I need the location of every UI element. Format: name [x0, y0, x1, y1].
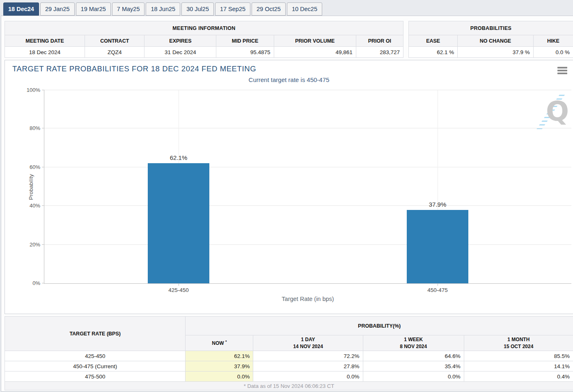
- ytick-label-20: 20%: [19, 242, 40, 248]
- gridline-100: [44, 90, 571, 90]
- tab-18-dec24[interactable]: 18 Dec24: [3, 2, 39, 16]
- ytick-80: [42, 128, 44, 128]
- table-row-450-475: 450-475 (Current) 37.9% 27.8% 35.4% 14.1…: [5, 361, 573, 371]
- x-axis-title: Target Rate (in bps): [44, 296, 571, 302]
- ytick-label-0: 0%: [19, 280, 40, 286]
- bar-450-475[interactable]: [407, 210, 468, 283]
- col-mid-price: MID PRICE: [216, 35, 274, 47]
- content-surface: MEETING INFORMATION MEETING DATE CONTRAC…: [1, 16, 573, 392]
- one-month-label: 1 MONTH: [507, 337, 529, 342]
- probabilities-summary-row: 62.1 % 37.9 % 0.0 %: [409, 47, 573, 58]
- day-425-450: 72.2%: [253, 351, 363, 361]
- week-425-450: 64.6%: [363, 351, 464, 361]
- chart-plot-area: 0% 20% 40% 60% 80% 100% Probability Targ…: [44, 90, 571, 284]
- one-day-label: 1 DAY: [301, 337, 315, 342]
- xcat-450-475: 450-475: [407, 287, 468, 293]
- prior-oi-value: 283,727: [356, 47, 403, 58]
- day-475-500: 0.0%: [253, 371, 363, 382]
- table-row-425-450: 425-450 62.1% 72.2% 64.6% 85.5%: [5, 351, 573, 361]
- probability-group-header: PROBABILITY(%): [186, 317, 573, 335]
- tab-17-sep25[interactable]: 17 Sep25: [215, 2, 250, 16]
- month-475-500: 0.4%: [464, 371, 573, 382]
- col-no-change: NO CHANGE: [458, 35, 533, 47]
- xcat-425-450: 425-450: [148, 287, 209, 293]
- tab-30-jul25[interactable]: 30 Jul25: [181, 2, 214, 16]
- bar-425-450[interactable]: [148, 163, 209, 283]
- tab-10-dec25[interactable]: 10 Dec25: [287, 2, 322, 16]
- now-header: NOW *: [186, 335, 253, 351]
- fedwatch-page: 18 Dec24 29 Jan25 19 Mar25 7 May25 18 Ju…: [0, 0, 573, 392]
- ytick-0: [42, 283, 44, 283]
- one-week-date: 8 NOV 2024: [400, 344, 427, 349]
- xtick-cat2: [438, 283, 438, 286]
- now-425-450: 62.1%: [186, 351, 253, 361]
- tab-29-jan25[interactable]: 29 Jan25: [40, 2, 75, 16]
- chart-subtitle: Current target rate is 450-475: [5, 76, 573, 83]
- expires-value: 31 Dec 2024: [144, 47, 216, 58]
- ease-value: 62.1 %: [409, 47, 458, 58]
- week-475-500: 0.0%: [363, 371, 464, 382]
- rate-425-450: 425-450: [5, 351, 186, 361]
- no-change-value: 37.9 %: [458, 47, 533, 58]
- col-prior-oi: PRIOR OI: [356, 35, 403, 47]
- now-header-text: NOW: [212, 340, 224, 346]
- chart-title: TARGET RATE PROBABILITIES FOR 18 DEC 202…: [12, 64, 256, 73]
- mid-price-value: 95.4875: [216, 47, 274, 58]
- bar-group-450-475: 37.9%: [407, 201, 468, 283]
- probabilities-title: PROBABILITIES: [409, 21, 573, 35]
- one-day-header: 1 DAY14 NOV 2024: [253, 335, 363, 351]
- ytick-60: [42, 167, 44, 167]
- rate-475-500: 475-500: [5, 371, 186, 382]
- now-asterisk: *: [225, 340, 227, 344]
- gridline-20: [44, 244, 571, 245]
- month-450-475: 14.1%: [464, 361, 573, 371]
- bar-label-450-475: 37.9%: [429, 201, 447, 208]
- meeting-information-title: MEETING INFORMATION: [5, 21, 403, 35]
- tab-29-oct25[interactable]: 29 Oct25: [252, 2, 286, 16]
- probabilities-summary-table: PROBABILITIES EASE NO CHANGE HIKE 62.1 %…: [408, 21, 573, 58]
- one-month-header: 1 MONTH15 OCT 2024: [464, 335, 573, 351]
- tab-18-jun25[interactable]: 18 Jun25: [146, 2, 180, 16]
- contract-value: ZQZ4: [85, 47, 144, 58]
- col-meeting-date: MEETING DATE: [5, 35, 85, 47]
- month-425-450: 85.5%: [464, 351, 573, 361]
- now-475-500: 0.0%: [186, 371, 253, 382]
- data-as-of-footnote: * Data as of 15 Nov 2024 06:06:23 CT: [5, 382, 573, 390]
- prior-volume-value: 49,861: [274, 47, 356, 58]
- gridline-60: [44, 167, 571, 167]
- one-day-date: 14 NOV 2024: [293, 344, 323, 349]
- meeting-date-tabbar: 18 Dec24 29 Jan25 19 Mar25 7 May25 18 Ju…: [3, 2, 322, 16]
- meeting-date-value: 18 Dec 2024: [5, 47, 85, 58]
- now-450-475: 37.9%: [186, 361, 253, 371]
- col-prior-volume: PRIOR VOLUME: [274, 35, 356, 47]
- y-axis-title: Probability: [28, 162, 34, 212]
- target-rate-bps-header: TARGET RATE (BPS): [5, 317, 186, 351]
- one-week-header: 1 WEEK8 NOV 2024: [363, 335, 464, 351]
- hike-value: 0.0 %: [533, 47, 573, 58]
- ytick-40: [42, 205, 44, 206]
- table-row-475-500: 475-500 0.0% 0.0% 0.0% 0.4%: [5, 371, 573, 382]
- one-month-date: 15 OCT 2024: [504, 344, 533, 349]
- col-contract: CONTRACT: [85, 35, 144, 47]
- bar-group-425-450: 62.1%: [148, 154, 209, 283]
- one-week-label: 1 WEEK: [404, 337, 423, 342]
- probability-history-table: TARGET RATE (BPS) PROBABILITY(%) NOW * 1…: [5, 316, 573, 390]
- meeting-information-table: MEETING INFORMATION MEETING DATE CONTRAC…: [5, 21, 403, 58]
- target-rate-chart-panel: TARGET RATE PROBABILITIES FOR 18 DEC 202…: [5, 60, 573, 314]
- col-ease: EASE: [409, 35, 458, 47]
- col-hike: HIKE: [533, 35, 573, 47]
- ytick-label-80: 80%: [19, 125, 40, 131]
- day-450-475: 27.8%: [253, 361, 363, 371]
- rate-450-475: 450-475 (Current): [5, 361, 186, 371]
- ytick-100: [42, 90, 44, 90]
- tab-7-may25[interactable]: 7 May25: [112, 2, 145, 16]
- xtick-cat1: [179, 283, 179, 286]
- ytick-label-100: 100%: [19, 87, 40, 93]
- gridline-40: [44, 205, 571, 206]
- gridline-80: [44, 128, 571, 128]
- chart-menu-icon[interactable]: [557, 67, 567, 74]
- bar-label-425-450: 62.1%: [170, 154, 188, 161]
- meeting-info-row: 18 Dec 2024 ZQZ4 31 Dec 2024 95.4875 49,…: [5, 47, 403, 58]
- ytick-20: [42, 244, 44, 245]
- tab-19-mar25[interactable]: 19 Mar25: [76, 2, 111, 16]
